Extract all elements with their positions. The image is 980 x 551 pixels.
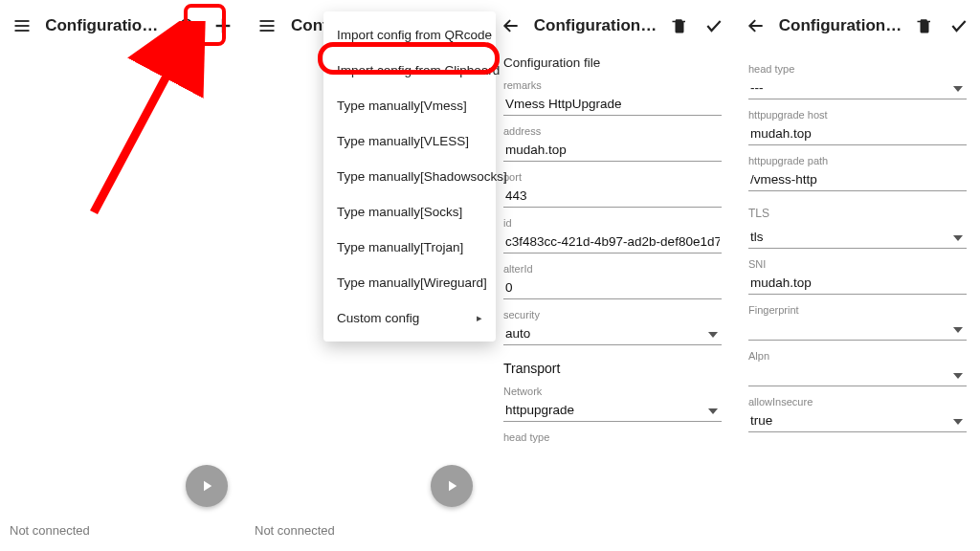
menu-item-manual-socks[interactable]: Type manually[Socks] <box>323 194 496 230</box>
menu-item-import-qrcode[interactable]: Import config from QRcode <box>323 17 496 53</box>
menu-item-manual-vless[interactable]: Type manually[VLESS] <box>323 123 496 159</box>
select-fingerprint[interactable] <box>748 316 967 341</box>
select-alpn[interactable] <box>748 362 967 386</box>
svg-point-3 <box>182 19 192 30</box>
select-tls[interactable] <box>748 224 967 249</box>
back-icon[interactable] <box>745 13 768 38</box>
page-title: Configuration file <box>534 16 657 35</box>
check-icon[interactable] <box>702 13 725 38</box>
svg-line-4 <box>190 29 194 33</box>
input-httpupgrade-host[interactable] <box>748 121 967 145</box>
select-security[interactable] <box>503 320 722 345</box>
config-form: Configuration file remarks address port … <box>490 52 735 452</box>
config-form: head type httpupgrade host httpupgrade p… <box>735 52 980 442</box>
appbar: Configuration file <box>735 0 980 52</box>
screen-config-form-top: Configuration file Configuration file re… <box>490 0 735 551</box>
menu-item-manual-wireguard[interactable]: Type manually[Wireguard] <box>323 265 496 300</box>
input-port[interactable] <box>503 183 722 208</box>
screen-main-menuopen: Confi Import config from QRcode Import c… <box>245 0 490 551</box>
label-headtype: head type <box>503 431 722 443</box>
appbar: Configuration… <box>0 0 245 52</box>
section-tls: TLS <box>748 207 967 220</box>
menu-item-custom-config[interactable]: Custom config <box>323 300 496 336</box>
label-id: id <box>503 217 722 229</box>
menu-item-manual-shadowsocks[interactable]: Type manually[Shadowsocks] <box>323 159 496 194</box>
input-address[interactable] <box>503 137 722 162</box>
label-alpn: Alpn <box>748 350 967 362</box>
delete-icon[interactable] <box>913 13 936 38</box>
menu-item-manual-vmess[interactable]: Type manually[Vmess] <box>323 88 496 123</box>
screen-main: Configuration… Not connected <box>0 0 245 551</box>
label-address: address <box>503 125 722 137</box>
screen-config-form-bottom: Configuration file head type httpupgrade… <box>735 0 980 551</box>
page-title: Configuration… <box>45 16 164 35</box>
input-sni[interactable] <box>748 270 967 295</box>
select-network[interactable] <box>503 397 722 422</box>
label-allowinsecure: allowInsecure <box>748 396 967 408</box>
page-title: Configuration file <box>779 16 902 35</box>
fab-play[interactable] <box>431 465 473 507</box>
input-alterid[interactable] <box>503 275 722 299</box>
select-allowinsecure[interactable] <box>748 408 967 432</box>
input-id[interactable] <box>503 229 722 253</box>
label-httpupgrade-host: httpupgrade host <box>748 109 967 121</box>
label-remarks: remarks <box>503 79 722 91</box>
back-icon[interactable] <box>500 13 523 38</box>
delete-icon[interactable] <box>668 13 691 38</box>
status-text: Not connected <box>255 523 335 538</box>
add-menu: Import config from QRcode Import config … <box>323 11 496 342</box>
section-transport: Transport <box>503 361 722 376</box>
section-heading: Configuration file <box>503 55 722 70</box>
search-icon[interactable] <box>176 13 200 38</box>
svg-line-7 <box>94 40 186 212</box>
label-network: Network <box>503 386 722 397</box>
label-port: port <box>503 171 722 183</box>
status-text: Not connected <box>10 523 90 538</box>
label-alterid: alterId <box>503 263 722 275</box>
label-security: security <box>503 309 722 320</box>
select-headtype[interactable] <box>748 75 967 99</box>
label-fingerprint: Fingerprint <box>748 304 967 316</box>
menu-item-import-clipboard[interactable]: Import config from Clipboard <box>323 53 496 88</box>
add-icon[interactable] <box>212 13 235 38</box>
menu-item-manual-trojan[interactable]: Type manually[Trojan] <box>323 230 496 265</box>
input-remarks[interactable] <box>503 91 722 116</box>
label-sni: SNI <box>748 258 967 270</box>
menu-icon[interactable] <box>255 13 279 38</box>
appbar: Configuration file <box>490 0 735 52</box>
label-headtype: head type <box>748 63 967 75</box>
fab-play[interactable] <box>186 465 228 507</box>
check-icon[interactable] <box>947 13 970 38</box>
label-httpupgrade-path: httpupgrade path <box>748 155 967 166</box>
input-httpupgrade-path[interactable] <box>748 166 967 191</box>
menu-icon[interactable] <box>10 13 33 38</box>
